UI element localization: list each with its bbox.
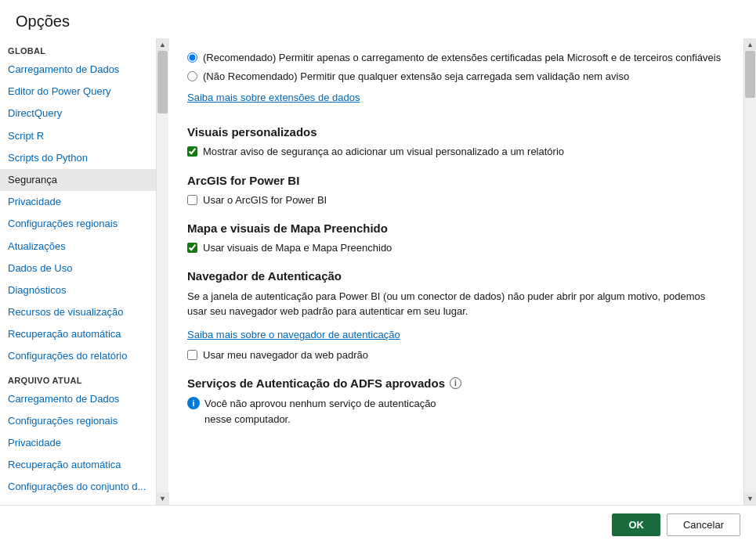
adfs-info-row: i Você não aprovou nenhum serviço de aut…: [187, 396, 725, 427]
navegador-checkbox-label: Usar meu navegador da web padrão: [203, 348, 368, 362]
sidebar-item-script-r[interactable]: Script R: [0, 125, 156, 147]
content-scroll-down-btn[interactable]: ▼: [744, 492, 757, 505]
sidebar-item-arquivo-carregamento[interactable]: Carregamento de Dados: [0, 388, 156, 410]
arcgis-checkbox-label: Usar o ArcGIS for Power BI: [203, 193, 327, 207]
visuais-checkbox-label: Mostrar aviso de segurança ao adicionar …: [203, 145, 564, 159]
content-scroll-up-btn[interactable]: ▲: [744, 38, 757, 51]
sidebar-item-config-relatorio[interactable]: Configurações do relatório: [0, 345, 156, 367]
sidebar-scrollbar: ▲ ▼: [156, 38, 168, 505]
sidebar-item-arquivo-recuperacao[interactable]: Recuperação automática: [0, 454, 156, 476]
sidebar-item-recuperacao[interactable]: Recuperação automática: [0, 323, 156, 345]
mapa-checkbox[interactable]: [187, 243, 197, 253]
arcgis-checkbox-row: Usar o ArcGIS for Power BI: [187, 193, 725, 207]
visuais-checkbox-row: Mostrar aviso de segurança ao adicionar …: [187, 145, 725, 159]
content-scroll-thumb: [745, 51, 755, 98]
sidebar-global-label: GLOBAL: [0, 38, 156, 59]
ok-button[interactable]: OK: [612, 513, 660, 536]
sidebar-item-privacidade[interactable]: Privacidade: [0, 191, 156, 213]
sidebar-scroll-track: [157, 51, 168, 492]
sidebar-scroll-up-btn[interactable]: ▲: [157, 38, 169, 51]
content-area-wrapper: (Recomendado) Permitir apenas o carregam…: [168, 38, 756, 505]
sidebar-item-seguranca[interactable]: Segurança: [0, 169, 156, 191]
extensions-not-recommended-radio[interactable]: [187, 71, 197, 81]
sidebar-item-dados-uso[interactable]: Dados de Uso: [0, 258, 156, 279]
sidebar-scroll-down-btn[interactable]: ▼: [157, 492, 169, 505]
sidebar-item-diagnosticos[interactable]: Diagnósticos: [0, 279, 156, 301]
visuais-section-title: Visuais personalizados: [187, 125, 725, 139]
content-scrollbar: ▲ ▼: [743, 38, 756, 505]
sidebar-inner: GLOBAL Carregamento de Dados Editor do P…: [0, 38, 156, 505]
sidebar-item-arquivo-reducao[interactable]: Redução da consulta: [0, 499, 156, 505]
dialog-body: GLOBAL Carregamento de Dados Editor do P…: [0, 38, 756, 505]
adfs-status-icon: i: [187, 397, 200, 409]
arcgis-checkbox[interactable]: [187, 195, 197, 205]
visuais-checkbox[interactable]: [187, 146, 197, 157]
extensions-recommended-radio[interactable]: [187, 52, 197, 63]
navegador-section-title: Navegador de Autenticação: [187, 269, 725, 283]
mapa-checkbox-label: Usar visuais de Mapa e Mapa Preenchido: [203, 241, 392, 255]
sidebar-item-power-query[interactable]: Editor do Power Query: [0, 81, 156, 103]
sidebar-item-carregamento-dados[interactable]: Carregamento de Dados: [0, 59, 156, 81]
extensions-recommended-row: (Recomendado) Permitir apenas o carregam…: [187, 51, 725, 65]
content-scroll-track: [744, 51, 756, 492]
sidebar-item-scripts-python[interactable]: Scripts do Python: [0, 147, 156, 169]
navegador-description: Se a janela de autenticação para Power B…: [187, 289, 725, 319]
sidebar-wrapper: GLOBAL Carregamento de Dados Editor do P…: [0, 38, 168, 505]
sidebar-item-recursos-vis[interactable]: Recursos de visualização: [0, 301, 156, 323]
sidebar-scroll-thumb: [157, 51, 168, 113]
extensions-learn-more-link[interactable]: Saiba mais sobre extensões de dados: [187, 92, 360, 103]
mapa-section-title: Mapa e visuais de Mapa Preenchido: [187, 222, 725, 235]
sidebar-item-directquery[interactable]: DirectQuery: [0, 103, 156, 124]
sidebar-item-arquivo-privacidade[interactable]: Privacidade: [0, 432, 156, 454]
adfs-title-text: Serviços de Autenticação do ADFS aprovad…: [187, 376, 445, 390]
extensions-recommended-label: (Recomendado) Permitir apenas o carregam…: [203, 51, 721, 65]
adfs-info-text: Você não aprovou nenhum serviço de auten…: [204, 396, 436, 427]
navegador-learn-more-link[interactable]: Saiba mais sobre o navegador de autentic…: [187, 329, 400, 340]
content-scroll: (Recomendado) Permitir apenas o carregam…: [168, 38, 743, 505]
sidebar-item-arquivo-config-conjunto[interactable]: Configurações do conjunto d...: [0, 476, 156, 498]
dialog-title: Opções: [0, 0, 756, 38]
extensions-not-recommended-label: (Não Recomendado) Permitir que qualquer …: [203, 70, 629, 84]
adfs-info-icon[interactable]: i: [450, 377, 461, 389]
mapa-checkbox-row: Usar visuais de Mapa e Mapa Preenchido: [187, 241, 725, 255]
sidebar-item-atualizacoes[interactable]: Atualizações: [0, 236, 156, 258]
extensions-not-recommended-row: (Não Recomendado) Permitir que qualquer …: [187, 70, 725, 84]
arcgis-section-title: ArcGIS for Power BI: [187, 174, 725, 187]
sidebar-item-config-regionais[interactable]: Configurações regionais: [0, 213, 156, 235]
navegador-checkbox[interactable]: [187, 350, 197, 360]
navegador-checkbox-row: Usar meu navegador da web padrão: [187, 348, 725, 362]
dialog-footer: OK Cancelar: [0, 505, 756, 544]
adfs-info-line2: nesse computador.: [204, 413, 291, 425]
sidebar-arquivo-label: ARQUIVO ATUAL: [0, 368, 156, 388]
adfs-section-title: Serviços de Autenticação do ADFS aprovad…: [187, 376, 725, 390]
cancel-button[interactable]: Cancelar: [667, 513, 740, 536]
options-dialog: Opções GLOBAL Carregamento de Dados Edit…: [0, 0, 756, 544]
sidebar-item-arquivo-config-regionais[interactable]: Configurações regionais: [0, 410, 156, 432]
adfs-info-line1: Você não aprovou nenhum serviço de auten…: [204, 398, 436, 409]
